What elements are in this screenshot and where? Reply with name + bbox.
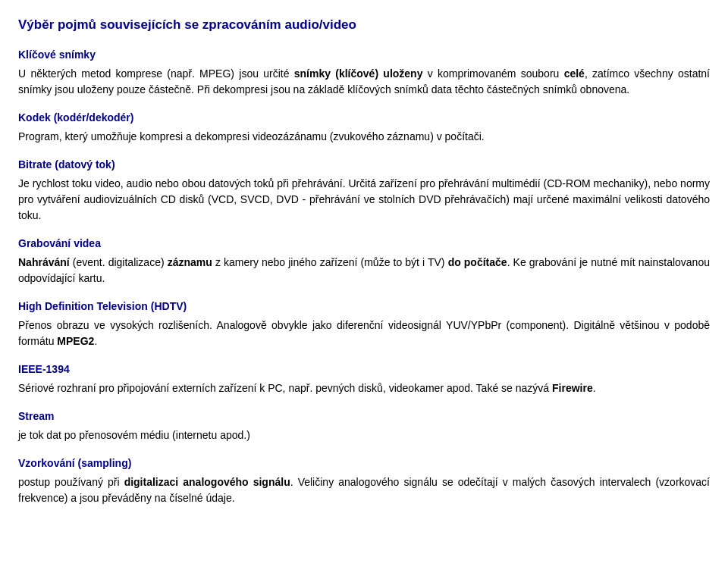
section-title-grabovani: Grabování videa bbox=[18, 236, 710, 252]
section-stream: Streamje tok dat po přenosovém médiu (in… bbox=[18, 408, 710, 443]
section-body-vzorkovani: postup používaný při digitalizaci analog… bbox=[18, 474, 710, 506]
section-title-kodek: Kodek (kodér/dekodér) bbox=[18, 110, 710, 126]
section-title-klicove-snimky: Klíčové snímky bbox=[18, 47, 710, 63]
section-body-grabovani: Nahrávání (event. digitalizace) záznamu … bbox=[18, 255, 710, 286]
section-title-vzorkovani: Vzorkování (sampling) bbox=[18, 455, 710, 471]
section-body-klicove-snimky: U některých metod komprese (např. MPEG) … bbox=[18, 66, 710, 98]
section-ieee1394: IEEE-1394Sériové rozhraní pro připojován… bbox=[18, 361, 710, 396]
section-vzorkovani: Vzorkování (sampling)postup používaný př… bbox=[18, 455, 710, 506]
section-title-hdtv: High Definition Television (HDTV) bbox=[18, 299, 710, 315]
sections-container: Klíčové snímkyU některých metod komprese… bbox=[18, 47, 710, 506]
section-hdtv: High Definition Television (HDTV)Přenos … bbox=[18, 299, 710, 349]
section-title-stream: Stream bbox=[18, 408, 710, 424]
page-container: Výběr pojmů souvisejících se zpracováním… bbox=[18, 15, 710, 506]
section-body-hdtv: Přenos obrazu ve vysokých rozlišeních. A… bbox=[18, 318, 710, 349]
section-klicove-snimky: Klíčové snímkyU některých metod komprese… bbox=[18, 47, 710, 98]
section-body-bitrate: Je rychlost toku video, audio nebo obou … bbox=[18, 176, 710, 224]
section-title-ieee1394: IEEE-1394 bbox=[18, 361, 710, 377]
page-title: Výběr pojmů souvisejících se zpracováním… bbox=[18, 15, 710, 35]
section-bitrate: Bitrate (datový tok)Je rychlost toku vid… bbox=[18, 157, 710, 224]
section-grabovani: Grabování videaNahrávání (event. digital… bbox=[18, 236, 710, 286]
section-title-bitrate: Bitrate (datový tok) bbox=[18, 157, 710, 173]
section-kodek: Kodek (kodér/dekodér)Program, který umož… bbox=[18, 110, 710, 145]
section-body-stream: je tok dat po přenosovém médiu (internet… bbox=[18, 427, 710, 443]
section-body-ieee1394: Sériové rozhraní pro připojování externí… bbox=[18, 380, 710, 396]
section-body-kodek: Program, který umožňuje kompresi a dekom… bbox=[18, 129, 710, 145]
